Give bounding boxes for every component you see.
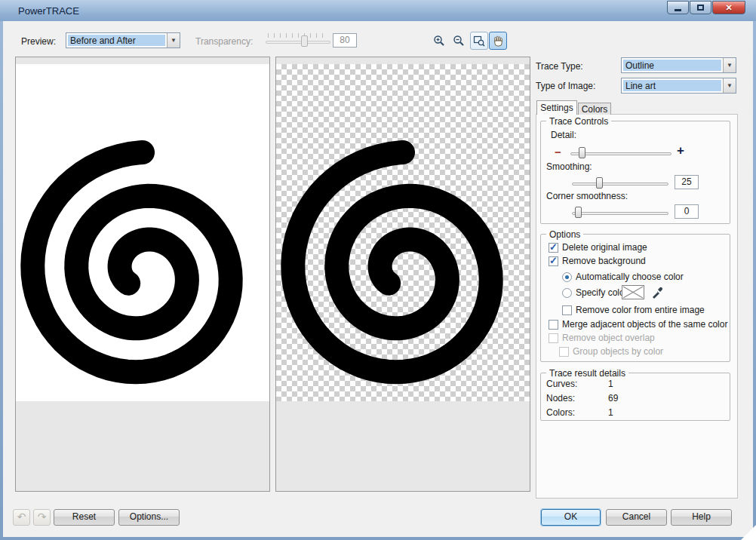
checkbox-box[interactable]: ✓ xyxy=(549,256,558,266)
trace-type-label: Trace Type: xyxy=(536,61,583,72)
tab-colors[interactable]: Colors xyxy=(578,103,611,115)
undo-icon: ↶ xyxy=(17,511,26,523)
remove-color-entire-checkbox[interactable]: Remove color from entire image xyxy=(562,305,705,315)
specify-color-swatch[interactable] xyxy=(622,285,644,299)
undo-button: ↶ xyxy=(13,509,30,526)
transparency-value-box[interactable]: 80 xyxy=(333,33,357,48)
trace-type-selected-value: Outline xyxy=(623,60,721,71)
zoom-to-fit-button[interactable] xyxy=(470,32,488,50)
no-color-x-icon xyxy=(622,286,644,299)
slider-thumb[interactable] xyxy=(579,147,585,158)
detail-decrease-button[interactable]: − xyxy=(555,146,561,158)
ok-button[interactable]: OK xyxy=(541,509,601,526)
title-bar[interactable]: PowerTRACE ✕ xyxy=(0,0,756,21)
zoom-in-icon xyxy=(433,35,445,47)
radio-circle[interactable] xyxy=(562,272,572,282)
preview-label: Preview: xyxy=(21,36,56,47)
eyedropper-button[interactable] xyxy=(649,285,665,299)
redo-icon: ↷ xyxy=(38,511,47,523)
spiral-path xyxy=(32,152,230,372)
checkbox-box[interactable] xyxy=(562,305,572,315)
slider-track xyxy=(572,212,668,215)
check-icon: ✓ xyxy=(549,241,558,253)
corner-smoothness-value-box[interactable]: 0 xyxy=(675,204,699,219)
after-spiral-graphic xyxy=(276,64,530,401)
transparency-label: Transparency: xyxy=(195,36,253,47)
spiral-path xyxy=(293,152,490,372)
specify-color-radio[interactable]: Specify color: xyxy=(562,287,630,298)
chevron-down-icon[interactable]: ▼ xyxy=(723,78,736,93)
checkbox-box[interactable]: ✓ xyxy=(549,243,558,253)
slider-track xyxy=(572,183,668,186)
remove-background-checkbox[interactable]: ✓ Remove background xyxy=(549,256,646,266)
redo-button: ↷ xyxy=(33,509,51,526)
pan-tool-button[interactable] xyxy=(489,32,507,50)
colors-label: Colors: xyxy=(546,407,575,418)
auto-choose-color-radio[interactable]: Automatically choose color xyxy=(562,272,684,282)
powertrace-window: PowerTRACE ✕ Preview: Before and After ▼… xyxy=(0,0,756,540)
cancel-button[interactable]: Cancel xyxy=(606,509,667,526)
colors-value: 1 xyxy=(608,407,613,418)
zoom-out-icon xyxy=(453,35,465,47)
maximize-button[interactable] xyxy=(690,1,711,14)
zoom-out-button[interactable] xyxy=(450,32,468,50)
tab-settings[interactable]: Settings xyxy=(536,100,577,115)
smoothing-slider[interactable] xyxy=(572,173,668,189)
merge-adjacent-checkbox[interactable]: Merge adjacent objects of the same color xyxy=(549,319,727,330)
slider-track xyxy=(570,152,671,155)
chevron-down-icon[interactable]: ▼ xyxy=(723,58,736,72)
trace-results-title: Trace result details xyxy=(546,368,628,379)
radio-circle[interactable] xyxy=(562,288,572,298)
chevron-down-icon[interactable]: ▼ xyxy=(167,33,180,48)
checkbox-label: Remove color from entire image xyxy=(576,305,705,315)
detail-slider[interactable] xyxy=(570,143,671,159)
preview-dropdown[interactable]: Before and After ▼ xyxy=(66,32,180,48)
checkbox-box xyxy=(549,333,558,343)
slider-thumb[interactable] xyxy=(596,177,603,189)
slider-track xyxy=(266,41,330,44)
trace-type-dropdown[interactable]: Outline ▼ xyxy=(621,57,736,73)
checkbox-box xyxy=(559,347,569,357)
checkbox-label: Group objects by color xyxy=(573,346,663,357)
image-type-label: Type of Image: xyxy=(536,81,595,91)
smoothing-value-box[interactable]: 25 xyxy=(675,175,699,189)
nodes-value: 69 xyxy=(608,393,618,403)
preview-selected-value: Before and After xyxy=(68,35,165,46)
detail-increase-button[interactable]: + xyxy=(677,143,684,158)
minimize-button[interactable] xyxy=(667,1,689,14)
radio-label: Automatically choose color xyxy=(576,272,684,282)
before-preview-pane[interactable] xyxy=(15,57,270,492)
maximize-icon xyxy=(697,5,704,11)
image-type-dropdown[interactable]: Line art ▼ xyxy=(621,78,736,94)
zoom-in-button[interactable] xyxy=(430,32,448,50)
reset-button[interactable]: Reset xyxy=(54,509,115,526)
checkbox-label: Delete original image xyxy=(562,242,647,253)
corner-smoothness-slider[interactable] xyxy=(572,202,668,219)
remove-overlap-checkbox: Remove object overlap xyxy=(549,333,655,343)
slider-thumb[interactable] xyxy=(575,207,582,218)
before-image xyxy=(16,64,269,401)
checkbox-label: Remove object overlap xyxy=(562,333,655,343)
options-button[interactable]: Options... xyxy=(118,509,180,526)
nodes-label: Nodes: xyxy=(546,393,575,403)
transparency-slider[interactable] xyxy=(266,31,330,48)
curves-label: Curves: xyxy=(546,379,577,389)
eyedropper-icon xyxy=(651,287,663,299)
minimize-icon xyxy=(675,9,681,11)
checkbox-label: Remove background xyxy=(562,256,646,266)
image-type-selected-value: Line art xyxy=(623,80,721,91)
close-icon: ✕ xyxy=(725,3,732,13)
zoom-to-fit-icon xyxy=(473,35,485,47)
slider-thumb[interactable] xyxy=(301,35,308,47)
smoothing-label: Smoothing: xyxy=(546,161,592,172)
check-icon: ✓ xyxy=(549,255,558,266)
help-button[interactable]: Help xyxy=(671,509,732,526)
after-preview-pane[interactable] xyxy=(275,57,530,492)
resize-grip[interactable] xyxy=(741,525,756,540)
corner-smoothness-label: Corner smoothness: xyxy=(546,191,628,201)
checkbox-box[interactable] xyxy=(549,320,558,330)
close-button[interactable]: ✕ xyxy=(712,1,745,14)
trace-controls-title: Trace Controls xyxy=(546,116,611,127)
delete-original-checkbox[interactable]: ✓ Delete original image xyxy=(549,242,647,253)
hand-icon xyxy=(492,35,504,47)
